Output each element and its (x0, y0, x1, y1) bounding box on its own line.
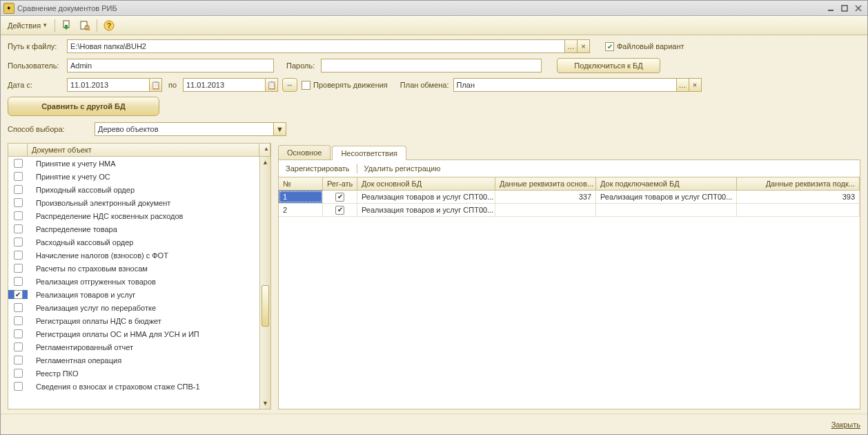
tree-row-checkbox-cell[interactable] (8, 172, 28, 181)
tree-row-checkbox-cell[interactable] (8, 303, 28, 312)
tree-row[interactable]: Регламентная операция (8, 354, 259, 367)
tree-row-checkbox-cell[interactable] (8, 329, 28, 338)
results-panel: ОсновноеНесоответствия Зарегистрировать … (278, 143, 860, 409)
tree-row[interactable]: Распределение НДС косвенных расходов (8, 209, 259, 222)
svg-rect-1 (842, 6, 847, 11)
toolbar-btn-2[interactable] (77, 19, 92, 32)
tree-row-checkbox-cell[interactable] (8, 277, 28, 286)
close-link[interactable]: Закрыть (831, 420, 860, 429)
tree-row-checkbox-cell[interactable] (8, 356, 28, 365)
tree-row-checkbox-cell[interactable] (8, 382, 28, 391)
col-num[interactable]: № (279, 177, 323, 190)
doc-search-icon (79, 20, 90, 31)
col-doc-main[interactable]: Док основной БД (357, 177, 495, 190)
selection-mode-label: Способ выбора: (8, 125, 90, 133)
scroll-up-button[interactable]: ▲ (260, 157, 270, 168)
toolbar-btn-1[interactable] (59, 19, 75, 32)
scroll-track[interactable] (260, 168, 270, 398)
password-input[interactable] (321, 59, 542, 72)
date-from-label: Дата с: (8, 81, 63, 89)
checkbox-icon (14, 290, 23, 299)
date-to-picker[interactable]: 📋 (266, 78, 278, 92)
tree-row[interactable]: Принятие к учету ОС (8, 170, 259, 183)
cell-reg[interactable] (323, 204, 357, 216)
checkbox-icon (14, 211, 23, 220)
exchange-plan-clear-button[interactable]: × (689, 78, 702, 92)
scroll-thumb[interactable] (262, 285, 269, 327)
tree-row-checkbox-cell[interactable] (8, 251, 28, 260)
file-variant-checkbox[interactable]: ✔ Файловый вариант (605, 42, 684, 51)
tree-row-checkbox-cell[interactable] (8, 316, 28, 325)
table-row[interactable]: 1Реализация товаров и услуг СПТ00...337Р… (279, 191, 860, 204)
compare-button[interactable]: Сравнить с другой БД (8, 97, 159, 116)
date-to-input[interactable] (183, 78, 266, 92)
tree-row-checkbox-cell[interactable] (8, 198, 28, 207)
exchange-plan-browse-button[interactable]: … (677, 78, 689, 92)
connect-button[interactable]: Подключиться к БД (557, 58, 660, 73)
tree-row-checkbox-cell[interactable] (8, 238, 28, 246)
tree-row-checkbox-cell[interactable] (8, 211, 28, 220)
col-doc-conn[interactable]: Док подключаемой БД (596, 177, 737, 190)
path-browse-button[interactable]: … (565, 39, 578, 53)
path-clear-button[interactable]: × (578, 39, 590, 53)
tree-header-check[interactable] (8, 144, 28, 156)
user-input[interactable] (67, 59, 274, 72)
tree-header-label[interactable]: Документ объект (28, 144, 259, 156)
tree-row[interactable]: Расчеты по страховым взносам (8, 262, 259, 275)
exchange-plan-input[interactable] (453, 78, 677, 92)
help-button[interactable]: ? (101, 19, 117, 32)
tree-row[interactable]: Реализация услуг по переработке (8, 301, 259, 314)
col-reg[interactable]: Рег-ать (323, 177, 357, 190)
tab[interactable]: Несоответствия (332, 146, 406, 160)
tree-row[interactable]: Реализация отгруженных товаров (8, 275, 259, 288)
tree-row[interactable]: Распределение товара (8, 222, 259, 235)
cell-reg[interactable] (323, 191, 357, 203)
tree-row-checkbox-cell[interactable] (8, 159, 28, 168)
tree-row[interactable]: Регистрация оплаты ОС и НМА для УСН и ИП (8, 327, 259, 340)
user-label: Пользователь: (8, 61, 63, 70)
checkbox-icon[interactable] (335, 193, 344, 202)
cell-val-main (495, 204, 596, 216)
tree-row[interactable]: Принятие к учету НМА (8, 157, 259, 170)
cell-val-conn (737, 204, 860, 216)
path-input[interactable] (67, 39, 565, 53)
tree-row[interactable]: Расходный кассовый ордер (8, 235, 259, 249)
tree-row[interactable]: Произвольный электронный документ (8, 196, 259, 209)
date-range-button[interactable]: ↔ (282, 78, 297, 92)
window-close-button[interactable] (852, 3, 865, 14)
tree-scrollbar[interactable]: ▲ ▼ (259, 157, 270, 409)
delete-registration-action[interactable]: Удалить регистрацию (362, 163, 444, 174)
window-minimize-button[interactable] (825, 3, 837, 14)
tree-row[interactable]: Реестр ПКО (8, 367, 259, 380)
tree-row[interactable]: Сведения о взносах и страховом стаже СПВ… (8, 380, 259, 393)
tree-row-checkbox-cell[interactable] (8, 224, 28, 233)
tree-row[interactable]: Реализация товаров и услуг (8, 288, 259, 301)
col-val-main[interactable]: Данные реквизита основ... (495, 177, 596, 190)
date-from-picker[interactable]: 📋 (150, 78, 162, 92)
selection-mode-dropdown-button[interactable]: ▼ (274, 122, 286, 136)
tab[interactable]: Основное (278, 145, 331, 160)
tree-row[interactable]: Регистрация оплаты НДС в бюджет (8, 314, 259, 327)
check-movements-checkbox[interactable]: Проверять движения (302, 81, 388, 90)
date-from-input[interactable] (67, 78, 150, 92)
actions-menu[interactable]: Действия ▼ (5, 20, 50, 31)
form-area: Путь к файлу: … × ✔ Файловый вариант Пол… (1, 35, 867, 143)
tree-row-checkbox-cell[interactable] (8, 290, 28, 299)
tree-row-checkbox-cell[interactable] (8, 342, 28, 351)
tree-row-checkbox-cell[interactable] (8, 185, 28, 194)
window-maximize-button[interactable] (838, 3, 851, 14)
register-action[interactable]: Зарегистрировать (283, 163, 353, 174)
toolbar-separator (357, 164, 357, 173)
tree-row[interactable]: Регламентированный отчет (8, 340, 259, 354)
tree-row-checkbox-cell[interactable] (8, 369, 28, 378)
scroll-down-button[interactable]: ▼ (260, 398, 270, 409)
selection-mode-select[interactable] (95, 122, 274, 136)
tree-row[interactable]: Приходный кассовый ордер (8, 183, 259, 196)
tree-row[interactable]: Начисление налогов (взносов) с ФОТ (8, 249, 259, 262)
checkbox-icon[interactable] (335, 206, 344, 215)
table-row[interactable]: 2Реализация товаров и услуг СПТ00... (279, 204, 860, 217)
exchange-plan-label: План обмена: (400, 81, 449, 89)
col-val-conn[interactable]: Данные реквизита подк... (737, 177, 860, 190)
tree-row-checkbox-cell[interactable] (8, 264, 28, 273)
minimize-icon (827, 5, 834, 12)
